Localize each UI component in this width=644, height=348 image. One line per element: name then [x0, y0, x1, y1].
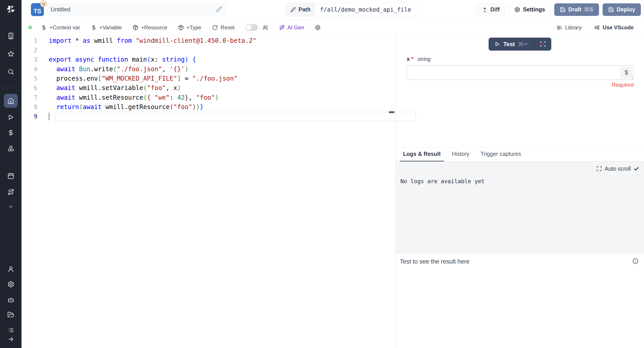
settings-label: Settings — [523, 6, 545, 13]
sidebar-item-folders[interactable] — [0, 308, 22, 321]
sidebar-item-favorites[interactable] — [0, 48, 22, 60]
windmill-logo-icon[interactable] — [0, 4, 22, 14]
code-line-text[interactable]: return(await wmill.getResource("foo"))} — [38, 103, 204, 111]
line-number: 7 — [22, 94, 38, 101]
run-panel: Test ⌘↵ x * string $ — [396, 36, 644, 348]
context-var-label: +Context var — [50, 24, 80, 31]
sidebar-item-resources[interactable] — [0, 142, 22, 155]
auto-scroll-toggle[interactable]: Auto scroll — [596, 166, 639, 172]
code-area[interactable]: 1import * as wmill from "windmill-client… — [22, 36, 396, 121]
sidebar-item-ai[interactable] — [0, 294, 22, 306]
type-label: +Type — [186, 24, 201, 31]
code-line-9[interactable]: 9 — [22, 112, 396, 121]
logs-empty-message: No logs are available yet — [400, 178, 484, 184]
result-tabs-section: Logs & Result History Trigger captures A… — [396, 148, 644, 265]
line-number: 9 — [22, 113, 38, 120]
sidebar-divider — [0, 86, 22, 86]
draft-button[interactable]: Draft ⌘S — [554, 3, 599, 16]
status-green-dot — [28, 26, 32, 29]
resize-handle[interactable] — [630, 76, 634, 80]
pencil-icon[interactable] — [216, 6, 222, 13]
building-icon — [8, 32, 14, 40]
sidebar-item-user[interactable] — [0, 263, 22, 275]
use-vscode-button[interactable]: Use VScode — [594, 24, 634, 31]
library-button[interactable]: Library — [557, 24, 582, 31]
wand-sparkles-icon — [279, 25, 285, 30]
code-line-text[interactable]: await wmill.setVariable("foo", x) — [38, 84, 181, 92]
code-line-text[interactable]: export async function main(x: string) { — [38, 56, 196, 63]
capture-run-button[interactable] — [534, 38, 551, 50]
dollar-sign-icon — [41, 25, 47, 30]
tab-trigger-captures[interactable]: Trigger captures — [478, 151, 524, 161]
add-resource-button[interactable]: +Resource — [132, 24, 167, 31]
result-section: Test to see the result here — [396, 253, 644, 265]
path-chip[interactable]: Path f/all/demo_mocked_api_file — [286, 3, 416, 16]
gear-icon — [8, 281, 14, 288]
sidebar-item-variables[interactable] — [0, 126, 22, 139]
scrollbar-cursor-mark[interactable] — [389, 111, 394, 113]
variable-label: +Variable — [100, 24, 122, 31]
code-line-text[interactable]: await Bun.write("./foo.json", '{}') — [38, 66, 188, 73]
multiplayer-users-button[interactable] — [262, 25, 268, 30]
line-number: 3 — [22, 56, 38, 63]
top-bar: TS Untitled Path f/all/demo_mocked_api_f… — [22, 0, 644, 19]
diff-button[interactable]: Diff — [476, 3, 506, 16]
sidebar-item-runs[interactable] — [0, 111, 22, 124]
sidebar-item-settings[interactable] — [0, 278, 22, 290]
code-line-text[interactable]: await wmill.setResource({ "we": 42}, "fo… — [38, 94, 219, 101]
code-line-6[interactable]: 6 await wmill.setVariable("foo", x) — [22, 83, 396, 93]
path-value: f/all/demo_mocked_api_file — [315, 3, 416, 16]
code-line-4[interactable]: 4 await Bun.write("./foo.json", '{}') — [22, 64, 396, 74]
code-line-7[interactable]: 7 await wmill.setResource({ "we": 42}, "… — [22, 93, 396, 102]
text-cursor — [49, 113, 49, 120]
multiplayer-toggle[interactable] — [246, 24, 258, 31]
test-button[interactable]: Test ⌘↵ — [488, 38, 534, 50]
line-number: 2 — [22, 46, 38, 54]
editor-toolbar: +Context var +Variable +Resource +Type R… — [22, 19, 644, 36]
arg-type: string — [418, 56, 431, 62]
sidebar-item-add[interactable] — [0, 200, 22, 213]
code-line-5[interactable]: 5 process.env["WM_MOCKED_API_FILE"] = ".… — [22, 74, 396, 83]
save-icon — [608, 7, 614, 12]
tab-logs-result[interactable]: Logs & Result — [400, 151, 444, 161]
sidebar-item-search[interactable] — [0, 66, 22, 78]
diff-icon — [482, 7, 488, 12]
sidebar-item-triggers[interactable] — [0, 186, 22, 198]
ai-gen-label: AI Gen — [288, 24, 304, 31]
sidebar-expand-arrow[interactable] — [0, 333, 22, 345]
add-variable-button[interactable]: +Variable — [91, 24, 122, 31]
sidebar-item-home[interactable] — [0, 94, 22, 107]
sidebar-item-schedules[interactable] — [0, 170, 22, 182]
script-args-form: x * string $ Required — [396, 50, 644, 88]
deploy-label: Deploy — [617, 6, 635, 13]
add-type-button[interactable]: +Type — [178, 24, 201, 31]
arg-required-asterisk: * — [411, 56, 413, 62]
sidebar-item-workspace[interactable] — [0, 30, 22, 42]
line-number: 1 — [22, 37, 38, 44]
deploy-button[interactable]: Deploy — [602, 3, 641, 16]
editor-settings-button[interactable] — [315, 25, 321, 30]
list-icon — [8, 327, 14, 333]
info-icon[interactable] — [632, 258, 639, 265]
baby-emoji-icon — [40, 0, 47, 7]
arg-input-field[interactable]: $ — [407, 65, 634, 80]
script-title-field[interactable]: Untitled — [46, 3, 226, 16]
code-line-1[interactable]: 1import * as wmill from "windmill-client… — [22, 36, 396, 45]
reset-button[interactable]: Reset — [212, 24, 235, 31]
code-line-2[interactable]: 2 — [22, 45, 396, 55]
typescript-language-badge: TS — [31, 3, 44, 16]
path-chip-label-area[interactable]: Path — [286, 3, 315, 16]
ai-gen-button[interactable]: AI Gen — [279, 24, 304, 31]
settings-button[interactable]: Settings — [509, 3, 550, 16]
add-context-var-button[interactable]: +Context var — [41, 24, 80, 31]
code-line-3[interactable]: 3export async function main(x: string) { — [22, 55, 396, 64]
code-line-text[interactable]: process.env["WM_MOCKED_API_FILE"] = "./f… — [38, 75, 238, 82]
test-label: Test — [504, 41, 515, 48]
bot-icon — [8, 296, 14, 304]
code-editor[interactable]: 1import * as wmill from "windmill-client… — [22, 36, 396, 348]
code-line-8[interactable]: 8 return(await wmill.getResource("foo"))… — [22, 102, 396, 112]
use-vscode-label: Use VScode — [602, 24, 634, 31]
code-line-text[interactable]: import * as wmill from "windmill-client@… — [38, 37, 256, 44]
line-number: 4 — [22, 66, 38, 72]
tab-history[interactable]: History — [449, 151, 472, 161]
